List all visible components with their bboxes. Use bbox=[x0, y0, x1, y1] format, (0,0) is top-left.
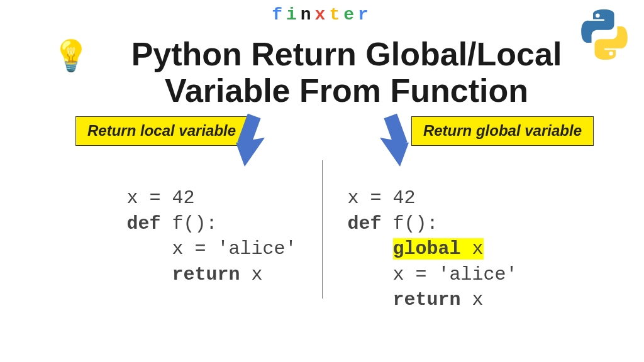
svg-marker-3 bbox=[380, 138, 409, 167]
label-return-local: Return local variable bbox=[75, 116, 248, 146]
arrow-down-icon bbox=[371, 112, 421, 169]
page-title: Python Return Global/Local Variable From… bbox=[101, 36, 592, 109]
python-logo-icon bbox=[576, 6, 633, 63]
lightbulb-icon: 💡 bbox=[52, 41, 90, 71]
code-block-global: x = 42 def f(): global x x = 'alice' ret… bbox=[323, 185, 543, 313]
svg-marker-1 bbox=[236, 138, 265, 167]
brand-logo: finxter bbox=[0, 0, 644, 25]
label-return-global: Return global variable bbox=[411, 116, 594, 146]
code-block-local: x = 42 def f(): x = 'alice' return x bbox=[101, 185, 321, 287]
arrow-down-icon bbox=[223, 112, 274, 169]
